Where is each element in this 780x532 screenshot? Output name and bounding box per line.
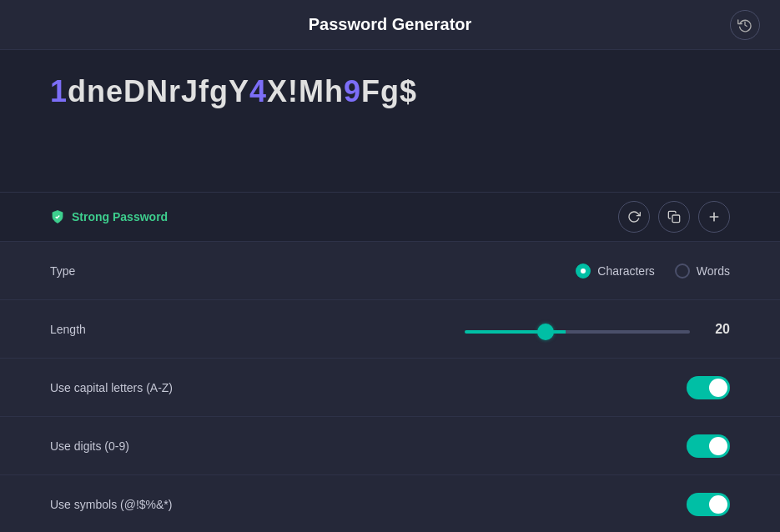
password-area: 1dneDNrJfgY4X!Mh9Fg$ xyxy=(0,50,780,192)
plus-icon xyxy=(707,210,721,223)
digits-toggle[interactable] xyxy=(687,434,730,458)
password-segment-1: dneDNrJfgY xyxy=(68,74,249,108)
type-words-option[interactable]: Words xyxy=(675,263,730,279)
copy-icon xyxy=(667,210,681,223)
type-words-radio[interactable] xyxy=(675,263,690,279)
add-button[interactable] xyxy=(698,201,730,233)
copy-button[interactable] xyxy=(658,201,690,233)
type-label: Type xyxy=(50,264,75,278)
symbols-toggle[interactable] xyxy=(687,493,730,516)
history-button[interactable] xyxy=(730,10,760,40)
page-title: Password Generator xyxy=(309,15,472,34)
digits-slider xyxy=(687,434,730,458)
header: Password Generator xyxy=(0,0,780,50)
capital-letters-label: Use capital letters (A-Z) xyxy=(50,381,173,394)
svg-rect-0 xyxy=(672,215,680,223)
length-slider[interactable] xyxy=(465,330,690,334)
password-segment-2: 4 xyxy=(249,74,267,108)
type-characters-radio[interactable] xyxy=(576,263,591,279)
strength-label: Strong Password xyxy=(72,210,168,223)
capital-letters-toggle[interactable] xyxy=(687,376,730,399)
type-characters-label: Characters xyxy=(597,264,654,278)
digits-row: Use digits (0-9) xyxy=(0,417,780,475)
password-segment-5: Fg$ xyxy=(361,74,417,108)
type-characters-option[interactable]: Characters xyxy=(576,263,654,279)
password-segment-3: X!Mh xyxy=(267,74,344,108)
length-row: Length 20 xyxy=(0,300,780,359)
password-segment-0: 1 xyxy=(50,74,68,108)
history-icon xyxy=(737,18,752,33)
refresh-icon xyxy=(627,210,641,223)
digits-label: Use digits (0-9) xyxy=(50,439,129,453)
shield-icon xyxy=(50,209,65,224)
symbols-slider xyxy=(687,493,730,516)
type-options: Characters Words xyxy=(576,263,730,279)
refresh-button[interactable] xyxy=(618,201,650,233)
capital-letters-row: Use capital letters (A-Z) xyxy=(0,359,780,417)
type-row: Type Characters Words xyxy=(0,242,780,300)
length-label: Length xyxy=(50,323,86,336)
action-bar: Strong Password xyxy=(0,192,780,242)
length-control: 20 xyxy=(465,322,730,337)
strength-indicator: Strong Password xyxy=(50,209,168,224)
password-display: 1dneDNrJfgY4X!Mh9Fg$ xyxy=(50,73,730,109)
symbols-label: Use symbols (@!$%&*) xyxy=(50,498,172,511)
password-segment-4: 9 xyxy=(344,74,361,108)
length-value: 20 xyxy=(707,322,730,337)
options-section: Type Characters Words Length 20 Use capi… xyxy=(0,242,780,532)
capital-letters-slider xyxy=(687,376,730,399)
length-slider-wrapper xyxy=(465,322,690,337)
type-words-label: Words xyxy=(697,264,730,278)
symbols-row: Use symbols (@!$%&*) xyxy=(0,475,780,532)
action-buttons xyxy=(618,201,730,233)
